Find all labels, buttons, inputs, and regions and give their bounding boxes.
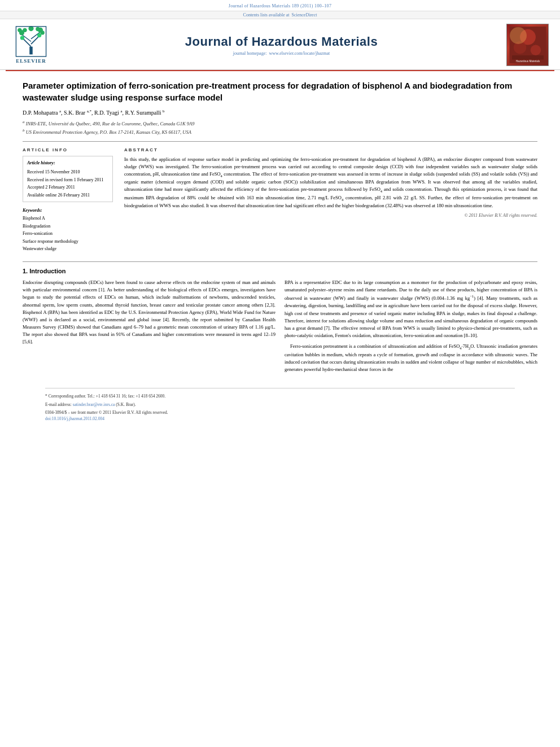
introduction-heading: 1. Introduction	[23, 268, 537, 274]
journal-ref: Journal of Hazardous Materials 189 (2011…	[229, 3, 331, 8]
journal-homepage-url[interactable]: www.elsevier.com/locate/jhazmat	[269, 51, 330, 56]
keywords-box: Keywords: Bisphenol A Biodegradation Fer…	[23, 207, 113, 253]
copyright-line: © 2011 Elsevier B.V. All rights reserved…	[124, 213, 537, 218]
svg-point-12	[37, 33, 41, 37]
email-owner: (S.K. Brar).	[116, 402, 135, 407]
journal-cover-image: Hazardous Materials	[506, 24, 549, 66]
affiliations: a INRS-ETE, Université du Québec, 490, R…	[23, 119, 537, 136]
svg-line-2	[31, 36, 39, 44]
article-info-label: ARTICLE INFO	[23, 147, 113, 152]
article-info-column: ARTICLE INFO Article history: Received 1…	[23, 147, 113, 253]
history-label: Article history:	[27, 159, 108, 167]
intro-para-1: Endocrine disrupting compounds (EDCs) ha…	[23, 279, 275, 346]
sciencedirect-bar: Contents lists available at ScienceDirec…	[0, 11, 560, 19]
received-date: Received 15 November 2010	[27, 169, 80, 174]
journal-title-block: Journal of Hazardous Materials journal h…	[56, 34, 506, 56]
issn-note: 0304-3894/$ – see front matter © 2011 El…	[45, 409, 515, 416]
doi-line: doi:10.1016/j.jhazmat.2011.02.004	[45, 416, 515, 422]
svg-point-16	[520, 29, 536, 45]
elsevier-logo: ELSEVIER	[6, 26, 56, 64]
article-title: Parameter optimization of ferro-sonicati…	[23, 80, 537, 103]
journal-title: Journal of Hazardous Materials	[56, 34, 506, 49]
svg-point-6	[23, 28, 27, 32]
section-title: Introduction	[29, 268, 65, 274]
keyword-5: Wastewater sludge	[23, 245, 113, 253]
article-content: Parameter optimization of ferro-sonicati…	[0, 71, 560, 433]
email-address[interactable]: satinder.brar@ete.inrs.ca	[73, 402, 115, 407]
doi-text: doi:10.1016/j.jhazmat.2011.02.004	[45, 416, 104, 421]
svg-point-18	[530, 45, 541, 56]
received-revised-date: Received in revised form 1 February 2011	[27, 177, 103, 182]
sciencedirect-link[interactable]: ScienceDirect	[292, 12, 317, 18]
abstract-text: In this study, the application of respon…	[124, 156, 537, 209]
body-col-left: Endocrine disrupting compounds (EDCs) ha…	[23, 279, 275, 377]
keyword-1: Bisphenol A	[23, 215, 113, 222]
section-divider-2	[23, 261, 537, 262]
accepted-date: Accepted 2 February 2011	[27, 185, 75, 190]
corresponding-note-text: * Corresponding author. Tel.: +1 418 654…	[45, 394, 165, 399]
section-divider-1	[23, 141, 537, 142]
corresponding-note: * Corresponding author. Tel.: +1 418 654…	[45, 393, 515, 399]
keyword-2: Biodegradation	[23, 222, 113, 230]
svg-point-11	[20, 36, 24, 40]
journal-homepage-label: journal homepage:	[233, 51, 267, 56]
intro-para-2: BPA is a representative EDC due to its l…	[285, 279, 537, 339]
intro-para-3: Ferro-sonication pretreatment is a combi…	[285, 343, 537, 373]
keywords-label: Keywords:	[23, 208, 42, 213]
section-number: 1.	[23, 268, 28, 274]
page-footer: * Corresponding author. Tel.: +1 418 654…	[45, 388, 515, 422]
svg-point-10	[36, 27, 40, 31]
article-info-abstract-section: ARTICLE INFO Article history: Received 1…	[23, 147, 537, 253]
svg-point-17	[513, 41, 526, 54]
article-history-box: Article history: Received 15 November 20…	[23, 156, 113, 202]
body-col-right: BPA is a representative EDC due to its l…	[285, 279, 537, 377]
journal-top-bar: Journal of Hazardous Materials 189 (2011…	[0, 3, 560, 8]
sciencedirect-label: Contents lists available at	[243, 12, 290, 18]
available-date: Available online 26 February 2011	[27, 193, 90, 198]
svg-point-7	[18, 28, 21, 32]
keyword-3: Ferro-sonication	[23, 230, 113, 238]
svg-text:Hazardous Materials: Hazardous Materials	[515, 60, 540, 63]
abstract-label: ABSTRACT	[124, 147, 537, 152]
svg-rect-19	[512, 55, 544, 59]
body-two-col: Endocrine disrupting compounds (EDCs) ha…	[23, 279, 537, 377]
journal-homepage: journal homepage: www.elsevier.com/locat…	[56, 51, 506, 56]
header-main: ELSEVIER Journal of Hazardous Materials …	[0, 19, 560, 69]
abstract-column: ABSTRACT In this study, the application …	[124, 147, 537, 253]
elsevier-tree-icon	[14, 26, 48, 57]
keyword-4: Surface response methodology	[23, 238, 113, 246]
footer-issn-doi: 0304-3894/$ – see front matter © 2011 El…	[45, 409, 515, 422]
email-label: E-mail address:	[45, 402, 72, 407]
svg-rect-0	[29, 47, 33, 55]
svg-line-1	[23, 39, 31, 47]
introduction-section: 1. Introduction Endocrine disrupting com…	[23, 268, 537, 377]
authors-line: D.P. Mohapatra a, S.K. Brar a,*, R.D. Ty…	[23, 109, 537, 116]
cover-illustration-icon: Hazardous Materials	[508, 27, 548, 63]
email-note: E-mail address: satinder.brar@ete.inrs.c…	[45, 401, 515, 408]
journal-header: Journal of Hazardous Materials 189 (2011…	[0, 0, 560, 70]
elsevier-wordmark: ELSEVIER	[16, 58, 46, 64]
